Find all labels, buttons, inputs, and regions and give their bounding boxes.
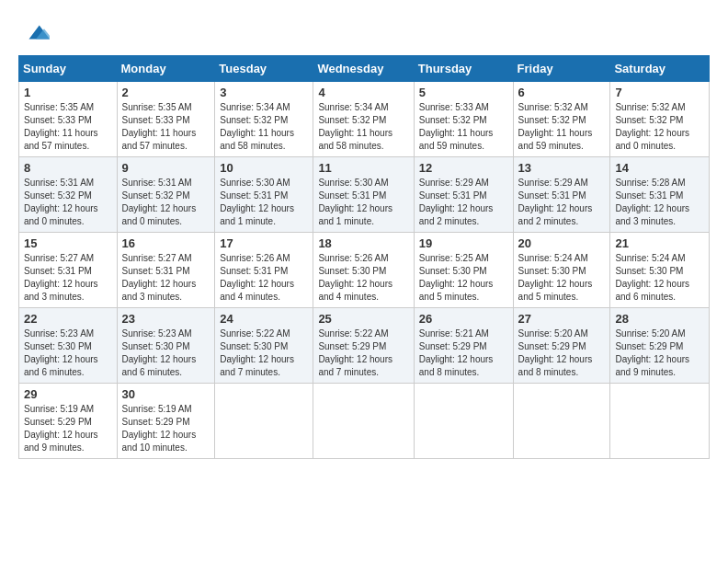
calendar-week-row: 15Sunrise: 5:27 AM Sunset: 5:31 PM Dayli… bbox=[19, 233, 710, 308]
day-of-week-header: Wednesday bbox=[313, 56, 414, 82]
day-number: 15 bbox=[24, 236, 112, 250]
day-info: Sunrise: 5:23 AM Sunset: 5:30 PM Dayligh… bbox=[24, 327, 112, 379]
calendar-day-cell: 4Sunrise: 5:34 AM Sunset: 5:32 PM Daylig… bbox=[313, 82, 414, 157]
day-info: Sunrise: 5:35 AM Sunset: 5:33 PM Dayligh… bbox=[122, 101, 210, 153]
day-info: Sunrise: 5:30 AM Sunset: 5:31 PM Dayligh… bbox=[220, 177, 308, 228]
day-info: Sunrise: 5:32 AM Sunset: 5:32 PM Dayligh… bbox=[518, 101, 606, 153]
calendar-day-cell: 23Sunrise: 5:23 AM Sunset: 5:30 PM Dayli… bbox=[117, 308, 215, 384]
day-number: 26 bbox=[419, 312, 508, 326]
day-info: Sunrise: 5:29 AM Sunset: 5:31 PM Dayligh… bbox=[419, 177, 508, 228]
day-of-week-header: Tuesday bbox=[215, 56, 313, 82]
day-info: Sunrise: 5:20 AM Sunset: 5:29 PM Dayligh… bbox=[615, 327, 704, 379]
day-info: Sunrise: 5:28 AM Sunset: 5:31 PM Dayligh… bbox=[615, 177, 704, 228]
day-number: 18 bbox=[318, 236, 408, 250]
calendar-day-cell bbox=[414, 384, 513, 459]
day-info: Sunrise: 5:33 AM Sunset: 5:32 PM Dayligh… bbox=[419, 101, 508, 153]
day-number: 28 bbox=[615, 312, 704, 326]
calendar-day-cell: 29Sunrise: 5:19 AM Sunset: 5:29 PM Dayli… bbox=[19, 384, 118, 459]
calendar-day-cell bbox=[513, 384, 610, 459]
calendar-day-cell: 22Sunrise: 5:23 AM Sunset: 5:30 PM Dayli… bbox=[19, 308, 118, 384]
calendar-week-row: 29Sunrise: 5:19 AM Sunset: 5:29 PM Dayli… bbox=[19, 384, 710, 459]
day-info: Sunrise: 5:31 AM Sunset: 5:32 PM Dayligh… bbox=[24, 177, 112, 228]
calendar-day-cell: 10Sunrise: 5:30 AM Sunset: 5:31 PM Dayli… bbox=[215, 157, 313, 233]
calendar-day-cell: 28Sunrise: 5:20 AM Sunset: 5:29 PM Dayli… bbox=[610, 308, 710, 384]
day-number: 11 bbox=[318, 161, 408, 175]
day-number: 1 bbox=[24, 86, 112, 99]
calendar-week-row: 1Sunrise: 5:35 AM Sunset: 5:33 PM Daylig… bbox=[19, 82, 710, 157]
calendar-day-cell: 5Sunrise: 5:33 AM Sunset: 5:32 PM Daylig… bbox=[414, 82, 513, 157]
day-info: Sunrise: 5:26 AM Sunset: 5:30 PM Dayligh… bbox=[318, 252, 408, 304]
calendar-day-cell: 13Sunrise: 5:29 AM Sunset: 5:31 PM Dayli… bbox=[513, 157, 610, 233]
calendar-day-cell: 12Sunrise: 5:29 AM Sunset: 5:31 PM Dayli… bbox=[414, 157, 513, 233]
day-info: Sunrise: 5:27 AM Sunset: 5:31 PM Dayligh… bbox=[24, 252, 112, 304]
calendar-day-cell: 18Sunrise: 5:26 AM Sunset: 5:30 PM Dayli… bbox=[313, 233, 414, 308]
page-header bbox=[18, 18, 710, 46]
day-number: 14 bbox=[615, 161, 704, 175]
calendar-day-cell: 9Sunrise: 5:31 AM Sunset: 5:32 PM Daylig… bbox=[117, 157, 215, 233]
day-info: Sunrise: 5:25 AM Sunset: 5:30 PM Dayligh… bbox=[419, 252, 508, 304]
day-of-week-header: Sunday bbox=[19, 56, 118, 82]
day-info: Sunrise: 5:22 AM Sunset: 5:29 PM Dayligh… bbox=[318, 327, 408, 379]
calendar-day-cell bbox=[313, 384, 414, 459]
day-info: Sunrise: 5:34 AM Sunset: 5:32 PM Dayligh… bbox=[318, 101, 408, 153]
calendar-day-cell: 3Sunrise: 5:34 AM Sunset: 5:32 PM Daylig… bbox=[215, 82, 313, 157]
calendar-day-cell: 15Sunrise: 5:27 AM Sunset: 5:31 PM Dayli… bbox=[19, 233, 118, 308]
calendar-day-cell: 19Sunrise: 5:25 AM Sunset: 5:30 PM Dayli… bbox=[414, 233, 513, 308]
day-number: 4 bbox=[318, 86, 408, 99]
day-info: Sunrise: 5:30 AM Sunset: 5:31 PM Dayligh… bbox=[318, 177, 408, 228]
day-number: 7 bbox=[615, 86, 704, 99]
day-info: Sunrise: 5:35 AM Sunset: 5:33 PM Dayligh… bbox=[24, 101, 112, 153]
day-info: Sunrise: 5:32 AM Sunset: 5:32 PM Dayligh… bbox=[615, 101, 704, 153]
day-info: Sunrise: 5:24 AM Sunset: 5:30 PM Dayligh… bbox=[615, 252, 704, 304]
calendar-day-cell: 14Sunrise: 5:28 AM Sunset: 5:31 PM Dayli… bbox=[610, 157, 710, 233]
day-number: 19 bbox=[419, 236, 508, 250]
day-of-week-header: Friday bbox=[513, 56, 610, 82]
logo-icon bbox=[22, 18, 50, 46]
day-number: 24 bbox=[220, 312, 308, 326]
day-info: Sunrise: 5:23 AM Sunset: 5:30 PM Dayligh… bbox=[122, 327, 210, 379]
day-number: 9 bbox=[122, 161, 210, 175]
calendar-day-cell: 27Sunrise: 5:20 AM Sunset: 5:29 PM Dayli… bbox=[513, 308, 610, 384]
calendar-header-row: SundayMondayTuesdayWednesdayThursdayFrid… bbox=[19, 56, 710, 82]
calendar-day-cell: 16Sunrise: 5:27 AM Sunset: 5:31 PM Dayli… bbox=[117, 233, 215, 308]
day-info: Sunrise: 5:21 AM Sunset: 5:29 PM Dayligh… bbox=[419, 327, 508, 379]
day-number: 22 bbox=[24, 312, 112, 326]
calendar-day-cell: 24Sunrise: 5:22 AM Sunset: 5:30 PM Dayli… bbox=[215, 308, 313, 384]
day-number: 29 bbox=[24, 387, 112, 401]
calendar-day-cell: 26Sunrise: 5:21 AM Sunset: 5:29 PM Dayli… bbox=[414, 308, 513, 384]
calendar-day-cell: 21Sunrise: 5:24 AM Sunset: 5:30 PM Dayli… bbox=[610, 233, 710, 308]
day-number: 2 bbox=[122, 86, 210, 99]
logo bbox=[18, 18, 50, 46]
calendar-day-cell bbox=[610, 384, 710, 459]
day-number: 5 bbox=[419, 86, 508, 99]
day-info: Sunrise: 5:29 AM Sunset: 5:31 PM Dayligh… bbox=[518, 177, 606, 228]
calendar-day-cell: 11Sunrise: 5:30 AM Sunset: 5:31 PM Dayli… bbox=[313, 157, 414, 233]
day-info: Sunrise: 5:22 AM Sunset: 5:30 PM Dayligh… bbox=[220, 327, 308, 379]
day-number: 10 bbox=[220, 161, 308, 175]
calendar-table: SundayMondayTuesdayWednesdayThursdayFrid… bbox=[18, 55, 710, 459]
day-number: 21 bbox=[615, 236, 704, 250]
calendar-week-row: 8Sunrise: 5:31 AM Sunset: 5:32 PM Daylig… bbox=[19, 157, 710, 233]
calendar-day-cell: 20Sunrise: 5:24 AM Sunset: 5:30 PM Dayli… bbox=[513, 233, 610, 308]
calendar-day-cell: 7Sunrise: 5:32 AM Sunset: 5:32 PM Daylig… bbox=[610, 82, 710, 157]
day-info: Sunrise: 5:19 AM Sunset: 5:29 PM Dayligh… bbox=[24, 403, 112, 454]
day-info: Sunrise: 5:26 AM Sunset: 5:31 PM Dayligh… bbox=[220, 252, 308, 304]
day-of-week-header: Monday bbox=[117, 56, 215, 82]
day-number: 27 bbox=[518, 312, 606, 326]
day-info: Sunrise: 5:27 AM Sunset: 5:31 PM Dayligh… bbox=[122, 252, 210, 304]
day-of-week-header: Thursday bbox=[414, 56, 513, 82]
day-number: 25 bbox=[318, 312, 408, 326]
day-number: 3 bbox=[220, 86, 308, 99]
calendar-day-cell: 30Sunrise: 5:19 AM Sunset: 5:29 PM Dayli… bbox=[117, 384, 215, 459]
calendar-day-cell bbox=[215, 384, 313, 459]
calendar-day-cell: 1Sunrise: 5:35 AM Sunset: 5:33 PM Daylig… bbox=[19, 82, 118, 157]
day-info: Sunrise: 5:19 AM Sunset: 5:29 PM Dayligh… bbox=[122, 403, 210, 454]
calendar-day-cell: 2Sunrise: 5:35 AM Sunset: 5:33 PM Daylig… bbox=[117, 82, 215, 157]
calendar-day-cell: 8Sunrise: 5:31 AM Sunset: 5:32 PM Daylig… bbox=[19, 157, 118, 233]
day-info: Sunrise: 5:31 AM Sunset: 5:32 PM Dayligh… bbox=[122, 177, 210, 228]
day-number: 17 bbox=[220, 236, 308, 250]
calendar-day-cell: 6Sunrise: 5:32 AM Sunset: 5:32 PM Daylig… bbox=[513, 82, 610, 157]
calendar-day-cell: 17Sunrise: 5:26 AM Sunset: 5:31 PM Dayli… bbox=[215, 233, 313, 308]
day-number: 6 bbox=[518, 86, 606, 99]
day-info: Sunrise: 5:24 AM Sunset: 5:30 PM Dayligh… bbox=[518, 252, 606, 304]
